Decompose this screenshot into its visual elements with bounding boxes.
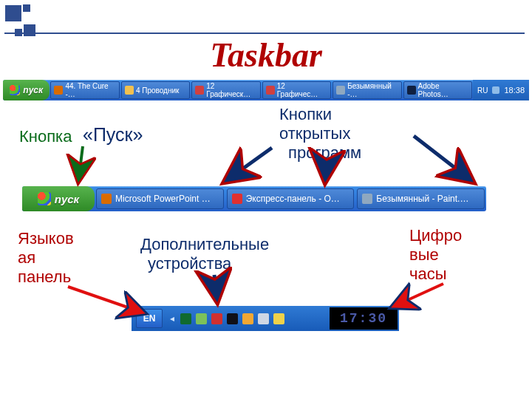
taskbar-button[interactable]: 4 Проводник xyxy=(121,81,190,99)
digital-clock: 17:30 xyxy=(330,307,398,330)
app-icon xyxy=(232,194,242,204)
tray-icon[interactable] xyxy=(196,313,207,324)
task-label: Безымянный -… xyxy=(347,82,398,98)
label-clock-3: часы xyxy=(409,265,447,283)
start-button[interactable]: пуск xyxy=(22,186,95,211)
tray-lang[interactable]: RU xyxy=(477,86,488,95)
tray-icon[interactable] xyxy=(273,313,284,324)
label-extra-devices-1: Дополнительные xyxy=(140,235,269,253)
windows-logo-icon xyxy=(38,192,51,205)
system-tray: RU 18:38 xyxy=(473,80,529,100)
label-start-button-2: «Пуск» xyxy=(83,124,143,146)
label-start-button-1: Кнопка xyxy=(19,127,72,146)
task-label: 12 Графичес… xyxy=(277,82,327,98)
svg-line-0 xyxy=(78,146,83,182)
decor-squares xyxy=(4,4,36,40)
tray-icon[interactable] xyxy=(258,313,269,324)
taskbar-button[interactable]: Microsoft PowerPoint … xyxy=(96,188,224,209)
label-extra-devices-2: устройства xyxy=(148,254,231,273)
label-lang-panel-1: Языков xyxy=(18,229,74,248)
task-label: Microsoft PowerPoint … xyxy=(115,194,211,204)
app-icon xyxy=(362,194,372,204)
svg-line-3 xyxy=(414,136,473,182)
start-button[interactable]: пуск xyxy=(3,80,50,100)
decor-rule xyxy=(4,33,525,34)
task-label: 44. The Cure -… xyxy=(65,82,115,98)
label-lang-panel-2: ая xyxy=(18,248,35,267)
svg-line-6 xyxy=(392,284,443,307)
label-lang-panel-3: панель xyxy=(18,267,71,286)
svg-line-1 xyxy=(225,148,272,182)
label-open-programs-2: открытых xyxy=(279,124,350,143)
slide-stage: { "title": "Taskbar", "top_taskbar": { "… xyxy=(0,0,532,399)
app-icon xyxy=(336,86,345,95)
taskbar-button[interactable]: Adobe Photos… xyxy=(403,81,472,99)
tray-icon[interactable] xyxy=(180,313,191,324)
svg-line-5 xyxy=(214,275,217,301)
taskbar-button[interactable]: Безымянный - Paint.… xyxy=(357,188,485,209)
taskbar-button[interactable]: 12 Графическ… xyxy=(191,81,260,99)
mid-taskbar: пуск Microsoft PowerPoint … Экспресс-пан… xyxy=(22,186,486,211)
taskbar-button[interactable]: Безымянный -… xyxy=(332,81,401,99)
label-open-programs-3: программ xyxy=(288,143,361,162)
start-label: пуск xyxy=(23,85,43,95)
language-indicator[interactable]: EN xyxy=(136,309,163,328)
tray-icons xyxy=(180,313,284,324)
svg-line-2 xyxy=(325,161,327,182)
task-label: Adobe Photos… xyxy=(418,82,468,98)
app-icon xyxy=(266,86,275,95)
task-label: Безымянный - Paint.… xyxy=(376,194,468,204)
top-taskbar: пуск 44. The Cure -… 4 Проводник 12 Граф… xyxy=(3,80,529,100)
label-clock-2: вые xyxy=(409,245,439,264)
tray-sep-icon xyxy=(492,86,499,94)
app-icon xyxy=(54,86,63,95)
start-label: пуск xyxy=(55,193,79,205)
app-icon xyxy=(101,194,112,204)
app-icon xyxy=(407,86,416,95)
tray-icon[interactable] xyxy=(227,313,238,324)
windows-logo-icon xyxy=(10,85,20,95)
taskbar-button[interactable]: Экспресс-панель - O… xyxy=(227,188,355,209)
task-label: 12 Графическ… xyxy=(206,82,256,98)
tray-icon[interactable] xyxy=(211,313,222,324)
chevron-left-icon[interactable]: ◂ xyxy=(170,313,174,324)
taskbar-button[interactable]: 44. The Cure -… xyxy=(50,81,119,99)
app-icon xyxy=(195,86,204,95)
slide-title: Taskbar xyxy=(0,35,532,75)
task-label: 4 Проводник xyxy=(136,86,180,95)
task-label: Экспресс-панель - O… xyxy=(246,194,340,204)
bottom-tray-bar: EN ◂ 17:30 xyxy=(132,306,399,331)
taskbar-button[interactable]: 12 Графичес… xyxy=(262,81,331,99)
label-clock-1: Цифро xyxy=(409,226,462,245)
app-icon xyxy=(125,86,134,95)
label-open-programs-1: Кнопки xyxy=(279,105,332,123)
tray-icon[interactable] xyxy=(242,313,253,324)
tray-clock: 18:38 xyxy=(504,86,525,95)
